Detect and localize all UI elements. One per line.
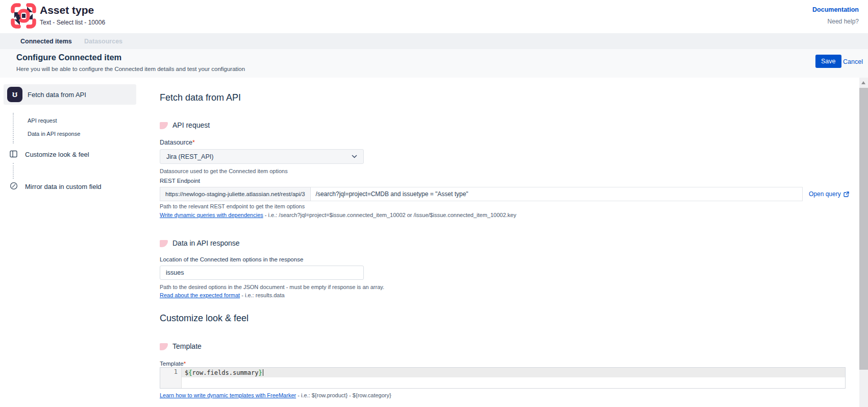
sidebar-item-mirror[interactable]: Mirror data in custom field [25,183,102,190]
location-help-text: Path to the desired options in the JSON … [160,284,384,290]
expected-format-example: - i.e.: results.data [240,292,284,298]
connected-item-config-page: Asset type Text - Select list - 10006 Do… [0,0,868,407]
api-request-title: API request [172,121,210,129]
vertical-scrollbar[interactable] [859,78,868,407]
open-query-label: Open query [809,190,841,198]
freemarker-example: - i.e.: ${row.product} - ${row.category} [296,392,391,398]
sidebar-item-data-response[interactable]: Data in API response [28,131,80,137]
code-close-brace: } [259,369,262,376]
rest-endpoint-group: https://newlogo-staging-juliette.atlassi… [160,187,803,201]
external-link-icon [843,191,850,198]
required-asterisk: * [184,361,186,367]
tab-datasources[interactable]: Datasources [84,33,122,49]
datasource-label: Datasource* [160,139,195,146]
template-title: Template [172,342,202,350]
editor-code-line: ${row.fields.summary} [182,368,845,377]
code-dollar: $ [185,369,188,376]
scrollbar-thumb[interactable] [859,88,868,370]
need-help-text: Need help? [828,18,859,25]
dynamic-queries-hint: Write dynamic queries with dependencies … [160,212,516,218]
dynamic-queries-example: - i.e.: /search?jql=project=$issue.conne… [263,212,516,218]
template-label: Template* [160,361,186,367]
datasource-label-text: Datasource [160,139,192,146]
tab-connected-items[interactable]: Connected items [20,33,72,49]
sidebar-item-api-request[interactable]: API request [28,117,57,124]
configure-header-band: Configure Connected item Here you will b… [0,49,868,78]
chevron-down-icon [352,155,357,158]
sidebar-connector-line [13,113,14,143]
rest-endpoint-label: REST Endpoint [160,178,200,184]
section-petal-icon [160,240,168,247]
tab-bar: Connected items Datasources [0,33,868,49]
template-code-editor[interactable]: 1 ${row.fields.summary} [160,367,846,389]
expected-format-link[interactable]: Read about the expected format [160,292,240,298]
open-query-link[interactable]: Open query [809,190,850,198]
section-petal-icon [160,122,168,129]
sidebar-item-fetch-data-label: Fetch data from API [28,91,86,99]
scrollbar-up-arrow-icon[interactable] [861,81,865,84]
sidebar-connector-line [13,163,14,179]
template-label-text: Template [160,361,184,367]
app-header: Asset type Text - Select list - 10006 Do… [0,0,868,33]
editor-line-number: 1 [160,368,182,388]
configure-subtitle: Here you will be able to configure the C… [16,66,245,72]
location-input[interactable]: issues [160,266,364,280]
code-open-brace: { [188,369,192,376]
expected-format-hint: Read about the expected format - i.e.: r… [160,292,285,298]
text-cursor [263,369,263,376]
dynamic-queries-link[interactable]: Write dynamic queries with dependencies [160,212,263,218]
hook-icon: ʊ [7,87,22,102]
page-subtitle: Text - Select list - 10006 [40,19,105,26]
freemarker-hint: Learn how to write dynamic templates wit… [160,392,391,398]
sidebar-item-customize[interactable]: Customize look & feel [25,151,89,158]
section-petal-icon [160,343,168,350]
save-button[interactable]: Save [815,55,841,68]
rest-endpoint-input[interactable]: /search?jql=project=CMDB and issuetype =… [311,187,803,201]
app-logo-icon [10,3,37,29]
section-heading-fetch: Fetch data from API [160,92,241,103]
data-response-title: Data in API response [172,239,240,247]
section-heading-customize: Customize look & feel [160,313,249,324]
datasource-select[interactable]: Jira (REST_API) [160,149,364,164]
endpoint-help-text: Path to the relevant REST endpoint to ge… [160,203,305,209]
cancel-button[interactable]: Cancel [843,58,863,65]
documentation-link[interactable]: Documentation [812,6,859,13]
location-label: Location of the Connected item options i… [160,256,303,262]
configure-title: Configure Connected item [16,53,121,62]
code-body: row.fields.summary [192,369,258,376]
editor-code-area[interactable]: ${row.fields.summary} [182,368,845,388]
pencil-circle-icon [10,182,18,190]
page-title: Asset type [40,4,94,16]
required-asterisk: * [192,139,195,146]
datasource-select-value: Jira (REST_API) [166,153,213,160]
datasource-help-text: Datasource used to get the Connected ite… [160,168,288,174]
layout-icon [10,150,17,158]
freemarker-link[interactable]: Learn how to write dynamic templates wit… [160,392,296,398]
rest-endpoint-base: https://newlogo-staging-juliette.atlassi… [160,187,311,201]
